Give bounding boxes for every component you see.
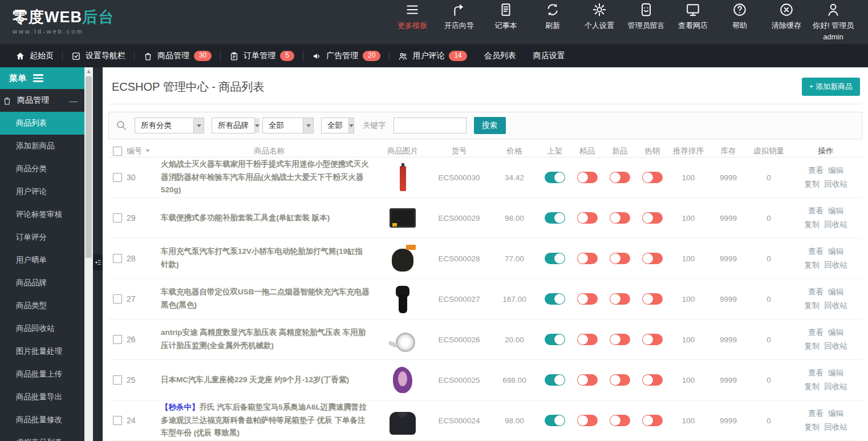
row-checkbox[interactable]: [113, 173, 122, 182]
product-virtual-sales[interactable]: 0: [748, 295, 789, 304]
logo[interactable]: 零度WEB后台 www.ld-web.com: [13, 9, 114, 35]
status-select[interactable]: 全部: [262, 118, 314, 133]
sidebar-item[interactable]: 用户评论: [0, 180, 84, 203]
product-stock[interactable]: 9999: [708, 173, 748, 182]
product-sort[interactable]: 100: [668, 335, 708, 344]
copy-link[interactable]: 复制: [804, 180, 820, 188]
nav-item-member-list[interactable]: 会员列表: [476, 44, 525, 67]
product-name[interactable]: 火焰战士灭火器车载家用干粉手提式车用迷你小型便携式灭火器消防器材年检验车汽车用品…: [161, 158, 370, 197]
product-sort[interactable]: 100: [668, 214, 708, 222]
product-stock[interactable]: 9999: [708, 416, 748, 425]
product-name[interactable]: 日本MC汽车儿童座椅229 天龙座 约9个月-12岁(丁香紫): [161, 374, 349, 387]
copy-link[interactable]: 复制: [804, 301, 820, 310]
type-select[interactable]: 全部: [321, 118, 354, 133]
row-checkbox[interactable]: [113, 416, 122, 425]
recycle-link[interactable]: 回收站: [824, 220, 847, 229]
product-virtual-sales[interactable]: 0: [748, 416, 789, 425]
best-toggle[interactable]: [577, 374, 598, 386]
sidebar-item[interactable]: 虚拟商品列表: [0, 431, 84, 441]
sidebar-group-goods-manage[interactable]: 商品管理 —: [0, 89, 84, 112]
new-toggle[interactable]: [610, 253, 630, 264]
product-stock[interactable]: 9999: [708, 295, 748, 304]
sidebar-item[interactable]: 评论标签审核: [0, 203, 84, 226]
row-checkbox[interactable]: [113, 294, 122, 304]
sidebar-item[interactable]: 商品分类: [0, 157, 84, 180]
product-sort[interactable]: 100: [668, 416, 708, 425]
edit-link[interactable]: 编辑: [828, 247, 843, 256]
sidebar-collapse-handle[interactable]: [93, 254, 103, 270]
sidebar-item[interactable]: 订单评分: [0, 226, 84, 249]
row-checkbox[interactable]: [113, 254, 122, 263]
sidebar-menu-header[interactable]: 菜单: [0, 67, 84, 89]
top-action-clear-cache[interactable]: 清除缓存: [763, 2, 810, 30]
product-price[interactable]: 98.00: [490, 214, 538, 222]
best-toggle[interactable]: [577, 415, 598, 426]
view-link[interactable]: 查看: [808, 328, 824, 337]
copy-link[interactable]: 复制: [804, 342, 820, 350]
view-link[interactable]: 查看: [808, 207, 824, 215]
top-action-shop-wizard[interactable]: 开店向导: [436, 2, 482, 30]
view-link[interactable]: 查看: [808, 166, 824, 175]
sidebar-item[interactable]: 商品回收站: [0, 317, 84, 340]
product-virtual-sales[interactable]: 0: [748, 335, 789, 344]
product-image[interactable]: [388, 203, 417, 233]
product-image[interactable]: [388, 162, 417, 193]
product-sort[interactable]: 100: [668, 254, 708, 263]
best-toggle[interactable]: [577, 172, 598, 183]
scrollbar-up-arrow-icon[interactable]: ▲: [84, 68, 93, 74]
recycle-link[interactable]: 回收站: [824, 301, 847, 310]
sidebar-item[interactable]: 商品品牌: [0, 272, 84, 294]
view-link[interactable]: 查看: [808, 247, 824, 256]
sidebar-item[interactable]: 商品批量上传: [0, 363, 84, 386]
product-price[interactable]: 167.00: [490, 295, 538, 304]
best-toggle[interactable]: [577, 212, 598, 224]
on-sale-toggle[interactable]: [545, 212, 565, 224]
product-sort[interactable]: 100: [668, 376, 708, 385]
product-price[interactable]: 34.42: [490, 173, 538, 182]
hot-toggle[interactable]: [642, 293, 663, 305]
copy-link[interactable]: 复制: [804, 382, 820, 391]
recycle-link[interactable]: 回收站: [824, 342, 847, 350]
category-select[interactable]: 所有分类: [135, 118, 204, 133]
collapse-minus-icon[interactable]: —: [69, 96, 78, 106]
product-name[interactable]: 【秒杀中】乔氏 汽车后备箱垫宝马5系奥迪A6L迈腾速腾普拉多途观汉兰达福克斯科鲁…: [161, 401, 370, 440]
hot-toggle[interactable]: [642, 334, 663, 345]
product-stock[interactable]: 9999: [708, 376, 748, 385]
on-sale-toggle[interactable]: [545, 415, 565, 426]
view-link[interactable]: 查看: [808, 369, 824, 377]
nav-item-order-manage[interactable]: 订单管理 5: [221, 44, 303, 67]
view-link[interactable]: 查看: [808, 409, 824, 418]
best-toggle[interactable]: [577, 253, 598, 264]
product-name[interactable]: 车载充电器自带定位双USB一拖二点烟器智能快充汽车充电器 黑色(黑色): [161, 286, 370, 312]
top-action-view-shop[interactable]: 查看网店: [670, 2, 716, 30]
product-stock[interactable]: 9999: [708, 254, 748, 263]
hot-toggle[interactable]: [642, 253, 663, 264]
copy-link[interactable]: 复制: [804, 220, 820, 229]
edit-link[interactable]: 编辑: [828, 328, 843, 337]
product-name[interactable]: antrip安途 高精度数显汽车胎压表 高精度轮胎气压表 车用胎压计胎压监测(全…: [161, 326, 370, 353]
nav-item-home[interactable]: 起始页: [7, 44, 62, 67]
product-sort[interactable]: 100: [668, 295, 708, 304]
view-link[interactable]: 查看: [808, 288, 824, 296]
product-name[interactable]: 车用充气泵汽车打气泵12V小轿车电动轮胎加打气筒(19缸指针款): [161, 245, 370, 272]
product-virtual-sales[interactable]: 0: [748, 254, 789, 263]
new-toggle[interactable]: [610, 293, 630, 305]
row-checkbox[interactable]: [113, 335, 122, 344]
select-all-checkbox[interactable]: [113, 147, 122, 156]
on-sale-toggle[interactable]: [545, 374, 565, 386]
nav-item-goods-manage[interactable]: 商品管理 30: [135, 44, 220, 67]
hot-toggle[interactable]: [642, 374, 663, 386]
product-price[interactable]: 77.00: [490, 254, 538, 263]
top-action-notebook[interactable]: 记事本: [482, 2, 529, 30]
hot-toggle[interactable]: [642, 415, 663, 426]
edit-link[interactable]: 编辑: [828, 166, 843, 175]
product-price[interactable]: 20.00: [490, 335, 538, 344]
on-sale-toggle[interactable]: [545, 253, 565, 264]
new-toggle[interactable]: [610, 374, 630, 386]
product-price[interactable]: 698.00: [490, 376, 538, 385]
new-toggle[interactable]: [610, 172, 630, 183]
nav-item-shop-settings[interactable]: 商店设置: [525, 44, 574, 67]
row-checkbox[interactable]: [113, 375, 122, 385]
top-action-more-templates[interactable]: 更多模板: [389, 2, 436, 30]
edit-link[interactable]: 编辑: [828, 207, 843, 215]
